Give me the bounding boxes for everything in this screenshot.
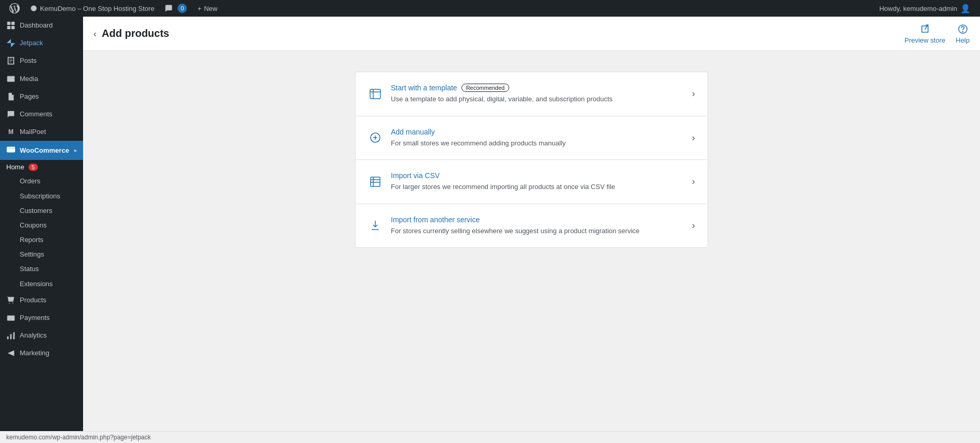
products-label: Products [20, 296, 46, 305]
comments-button[interactable]: 0 [159, 0, 192, 17]
comments-count: 0 [178, 4, 187, 13]
sidebar-item-orders[interactable]: Orders [0, 174, 83, 189]
new-label: New [204, 5, 217, 12]
back-button[interactable]: ‹ [93, 29, 97, 38]
settings-label: Settings [20, 250, 44, 259]
chevron-right-icon-3: › [692, 176, 695, 187]
sidebar-item-customers[interactable]: Customers [0, 204, 83, 218]
coupons-label: Coupons [20, 221, 47, 230]
svg-rect-6 [7, 147, 15, 153]
jetpack-label: Jetpack [20, 38, 43, 48]
option-template[interactable]: Start with a template Recommended Use a … [356, 72, 707, 116]
site-name-label: KemuDemo – One Stop Hosting Store [40, 5, 154, 12]
marketing-icon [6, 348, 16, 358]
woocommerce-header[interactable]: WooCommerce ▸ [0, 141, 83, 160]
sidebar-item-jetpack[interactable]: Jetpack [0, 34, 83, 52]
sidebar-item-products[interactable]: Products [0, 291, 83, 309]
sidebar-item-media[interactable]: Media [0, 70, 83, 88]
option-manually[interactable]: Add manually For small stores we recomme… [356, 116, 707, 160]
posts-label: Posts [20, 56, 37, 65]
sidebar-item-home[interactable]: Home 5 [0, 160, 83, 174]
svg-rect-15 [370, 89, 380, 99]
mailpoet-icon: M [6, 127, 16, 137]
site-name-button[interactable]: KemuDemo – One Stop Hosting Store [25, 0, 159, 17]
sidebar-item-payments[interactable]: Payments [0, 309, 83, 327]
svg-point-7 [9, 302, 10, 303]
recommended-badge: Recommended [461, 84, 510, 92]
option-template-desc: Use a template to add physical, digital,… [391, 94, 684, 104]
page-title: Add products [102, 28, 169, 39]
home-badge: 5 [29, 164, 38, 171]
sidebar-item-dashboard[interactable]: Dashboard [0, 17, 83, 34]
sidebar-item-posts[interactable]: Posts [0, 52, 83, 70]
marketing-label: Marketing [20, 348, 49, 358]
dashboard-label: Dashboard [20, 21, 53, 30]
option-manually-content: Add manually For small stores we recomme… [391, 128, 684, 149]
options-card: Start with a template Recommended Use a … [355, 72, 708, 248]
option-template-title: Start with a template Recommended [391, 84, 684, 92]
sidebar-item-pages[interactable]: Pages [0, 88, 83, 105]
preview-store-label: Preview store [905, 36, 946, 44]
help-icon [957, 23, 969, 35]
home-label: Home [6, 163, 24, 171]
chevron-right-icon-2: › [692, 132, 695, 143]
svg-rect-11 [10, 334, 12, 340]
help-label: Help [956, 36, 970, 44]
template-icon [368, 87, 383, 101]
comments-label: Comments [20, 110, 52, 119]
sidebar-item-analytics[interactable]: Analytics [0, 327, 83, 344]
option-csv-desc: For larger stores we recommend importing… [391, 182, 684, 192]
external-link-icon [919, 23, 931, 35]
wordpress-icon [9, 3, 20, 14]
preview-store-button[interactable]: Preview store [905, 23, 946, 44]
woocommerce-label: WooCommerce [20, 146, 69, 154]
help-button[interactable]: Help [956, 23, 970, 44]
posts-icon [6, 56, 16, 65]
dashboard-icon [6, 21, 16, 30]
status-bar: kemudemo.com/wp-admin/admin.php?page=jet… [0, 431, 980, 443]
sidebar-item-comments[interactable]: Comments [0, 105, 83, 123]
pages-icon [6, 92, 16, 101]
media-icon [6, 74, 16, 84]
jetpack-icon [6, 38, 16, 48]
svg-rect-2 [7, 26, 10, 29]
option-service[interactable]: Import from another service For stores c… [356, 204, 707, 248]
option-service-title: Import from another service [391, 216, 684, 224]
woocommerce-icon [6, 145, 16, 156]
sidebar-item-settings[interactable]: Settings [0, 247, 83, 262]
sidebar: Dashboard Jetpack Posts Media Pages [0, 17, 83, 443]
comments-nav-icon [6, 110, 16, 119]
sidebar-item-coupons[interactable]: Coupons [0, 218, 83, 233]
svg-rect-1 [11, 22, 15, 25]
svg-point-14 [962, 32, 963, 32]
option-csv-content: Import via CSV For larger stores we reco… [391, 171, 684, 192]
sidebar-item-marketing[interactable]: Marketing [0, 344, 83, 362]
content-header: ‹ Add products Preview store [83, 17, 980, 51]
admin-bar: KemuDemo – One Stop Hosting Store 0 + Ne… [0, 0, 980, 17]
sidebar-item-mailpoet[interactable]: M MailPoet [0, 123, 83, 141]
wp-logo-button[interactable] [4, 0, 25, 17]
option-template-content: Start with a template Recommended Use a … [391, 84, 684, 104]
status-label: Status [20, 264, 39, 274]
add-manually-icon [368, 130, 383, 145]
option-csv[interactable]: Import via CSV For larger stores we reco… [356, 160, 707, 204]
sidebar-item-extensions[interactable]: Extensions [0, 277, 83, 291]
status-url: kemudemo.com/wp-admin/admin.php?page=jet… [6, 434, 151, 441]
sidebar-item-reports[interactable]: Reports [0, 233, 83, 247]
products-icon [6, 296, 16, 305]
sidebar-item-subscriptions[interactable]: Subscriptions [0, 189, 83, 204]
svg-rect-4 [7, 76, 15, 82]
csv-icon [368, 174, 383, 189]
sidebar-item-status[interactable]: Status [0, 262, 83, 276]
mailpoet-label: MailPoet [20, 127, 46, 137]
pages-label: Pages [20, 92, 39, 101]
option-service-content: Import from another service For stores c… [391, 216, 684, 236]
reports-label: Reports [20, 235, 44, 245]
howdy-text: Howdy, kemudemo-admin 👤 [874, 4, 976, 14]
new-button[interactable]: + New [192, 0, 223, 17]
option-service-desc: For stores currently selling elsewhere w… [391, 226, 684, 236]
analytics-icon [6, 331, 16, 340]
svg-rect-17 [371, 177, 380, 186]
option-manually-desc: For small stores we recommend adding pro… [391, 138, 684, 149]
media-label: Media [20, 74, 38, 84]
